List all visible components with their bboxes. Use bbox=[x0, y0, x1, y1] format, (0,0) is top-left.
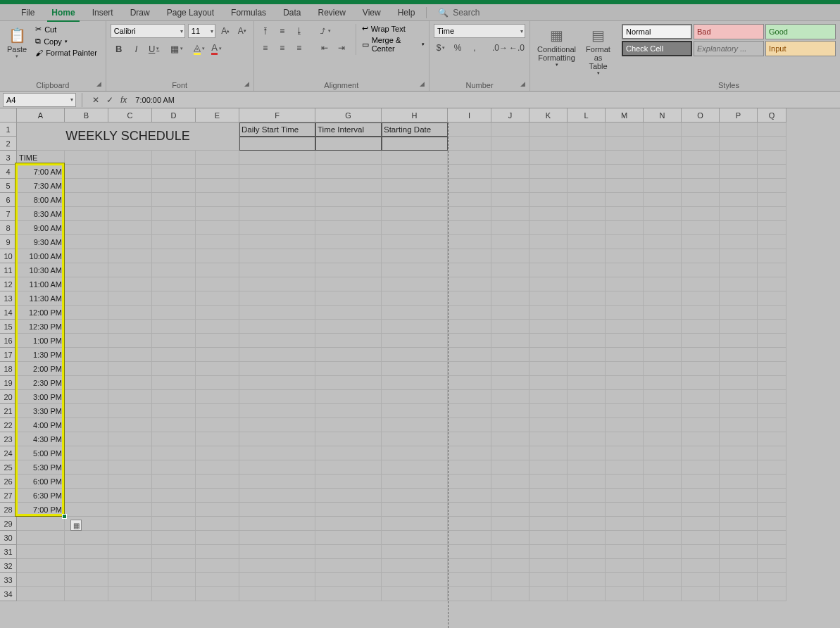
cell[interactable] bbox=[382, 235, 448, 249]
cell[interactable] bbox=[315, 362, 382, 376]
cell[interactable] bbox=[152, 446, 196, 460]
cell[interactable] bbox=[491, 460, 529, 475]
cell[interactable] bbox=[196, 376, 239, 390]
cell[interactable] bbox=[606, 545, 644, 559]
cell[interactable] bbox=[65, 460, 108, 475]
cell[interactable] bbox=[682, 446, 720, 460]
shrink-font-icon[interactable]: A▾ bbox=[235, 24, 249, 38]
cell[interactable] bbox=[644, 263, 682, 277]
cell[interactable] bbox=[758, 165, 786, 179]
cell[interactable] bbox=[491, 193, 529, 207]
cell[interactable]: 3:30 PM bbox=[17, 404, 65, 418]
cell[interactable] bbox=[529, 348, 568, 362]
cell[interactable] bbox=[529, 432, 568, 446]
cell[interactable] bbox=[239, 460, 315, 475]
dialog-launcher-icon[interactable]: ◢ bbox=[96, 78, 101, 89]
underline-button[interactable]: U bbox=[146, 41, 163, 56]
cell[interactable] bbox=[382, 489, 448, 503]
cell[interactable] bbox=[568, 179, 606, 193]
cell[interactable] bbox=[315, 517, 382, 531]
row-header[interactable]: 30 bbox=[0, 531, 17, 545]
cell[interactable] bbox=[108, 460, 152, 475]
cell[interactable] bbox=[758, 263, 786, 277]
row-header[interactable]: 1 bbox=[0, 123, 17, 137]
column-header[interactable]: N bbox=[644, 108, 682, 123]
cell[interactable] bbox=[568, 531, 606, 545]
cell[interactable]: Time Interval bbox=[315, 123, 382, 137]
row-header[interactable]: 18 bbox=[0, 362, 17, 376]
cell[interactable] bbox=[65, 376, 108, 390]
cell[interactable] bbox=[644, 165, 682, 179]
cell[interactable] bbox=[382, 263, 448, 277]
menu-view[interactable]: View bbox=[354, 4, 389, 21]
cell[interactable] bbox=[529, 460, 568, 475]
cell[interactable] bbox=[606, 193, 644, 207]
cell[interactable] bbox=[606, 362, 644, 376]
orientation-icon[interactable]: ⭜ bbox=[318, 24, 332, 38]
dialog-launcher-icon[interactable]: ◢ bbox=[420, 78, 425, 89]
cell[interactable] bbox=[239, 446, 315, 460]
cell[interactable] bbox=[108, 376, 152, 390]
cell[interactable] bbox=[529, 503, 568, 517]
cell[interactable] bbox=[196, 263, 239, 277]
cell[interactable] bbox=[65, 531, 108, 545]
font-color-button[interactable]: A bbox=[208, 41, 225, 56]
menu-file[interactable]: File bbox=[13, 4, 43, 21]
cell[interactable] bbox=[315, 559, 382, 573]
cell[interactable] bbox=[644, 545, 682, 559]
cell[interactable] bbox=[152, 306, 196, 320]
cell[interactable] bbox=[491, 418, 529, 432]
row-header[interactable]: 29 bbox=[0, 517, 17, 531]
cell[interactable] bbox=[529, 376, 568, 390]
row-header[interactable]: 9 bbox=[0, 235, 17, 249]
cell[interactable] bbox=[491, 362, 529, 376]
cell[interactable] bbox=[758, 545, 786, 559]
autofill-options-icon[interactable]: ▦ bbox=[70, 520, 82, 531]
font-size-select[interactable]: 11 bbox=[188, 24, 216, 38]
cell[interactable] bbox=[529, 545, 568, 559]
cell[interactable] bbox=[682, 263, 720, 277]
cell[interactable] bbox=[644, 390, 682, 404]
cell[interactable] bbox=[382, 362, 448, 376]
cell[interactable] bbox=[644, 320, 682, 334]
column-header[interactable]: L bbox=[568, 108, 606, 123]
cell[interactable] bbox=[606, 263, 644, 277]
cell[interactable] bbox=[65, 587, 108, 601]
cell[interactable] bbox=[382, 137, 448, 151]
cell[interactable] bbox=[758, 235, 786, 249]
cell[interactable] bbox=[568, 475, 606, 489]
cell[interactable] bbox=[382, 193, 448, 207]
cell[interactable] bbox=[758, 390, 786, 404]
cell[interactable] bbox=[606, 306, 644, 320]
cell[interactable] bbox=[529, 207, 568, 221]
cell[interactable] bbox=[448, 390, 491, 404]
cell[interactable]: 2:00 PM bbox=[17, 362, 65, 376]
row-header[interactable]: 20 bbox=[0, 390, 17, 404]
cell[interactable] bbox=[529, 390, 568, 404]
cell[interactable] bbox=[758, 123, 786, 137]
cell[interactable] bbox=[239, 277, 315, 291]
column-header[interactable]: D bbox=[152, 108, 196, 123]
cell[interactable] bbox=[606, 587, 644, 601]
cell[interactable] bbox=[17, 587, 65, 601]
decrease-decimal-icon[interactable]: ←.0 bbox=[510, 41, 524, 55]
cell[interactable] bbox=[108, 235, 152, 249]
cell[interactable] bbox=[720, 573, 758, 587]
cell[interactable] bbox=[606, 277, 644, 291]
copy-button[interactable]: ⧉Copy▾ bbox=[34, 36, 99, 46]
cell[interactable] bbox=[682, 573, 720, 587]
cell[interactable] bbox=[720, 165, 758, 179]
align-center-icon[interactable]: ≡ bbox=[275, 41, 289, 55]
cell[interactable] bbox=[644, 277, 682, 291]
cell[interactable] bbox=[448, 137, 491, 151]
cell[interactable] bbox=[529, 362, 568, 376]
row-header[interactable]: 15 bbox=[0, 320, 17, 334]
cell[interactable] bbox=[644, 531, 682, 545]
cell[interactable] bbox=[606, 418, 644, 432]
column-header[interactable]: J bbox=[491, 108, 529, 123]
cell[interactable] bbox=[720, 404, 758, 418]
cell[interactable] bbox=[720, 291, 758, 306]
cell[interactable] bbox=[491, 151, 529, 165]
cell[interactable] bbox=[315, 475, 382, 489]
cell[interactable] bbox=[382, 587, 448, 601]
